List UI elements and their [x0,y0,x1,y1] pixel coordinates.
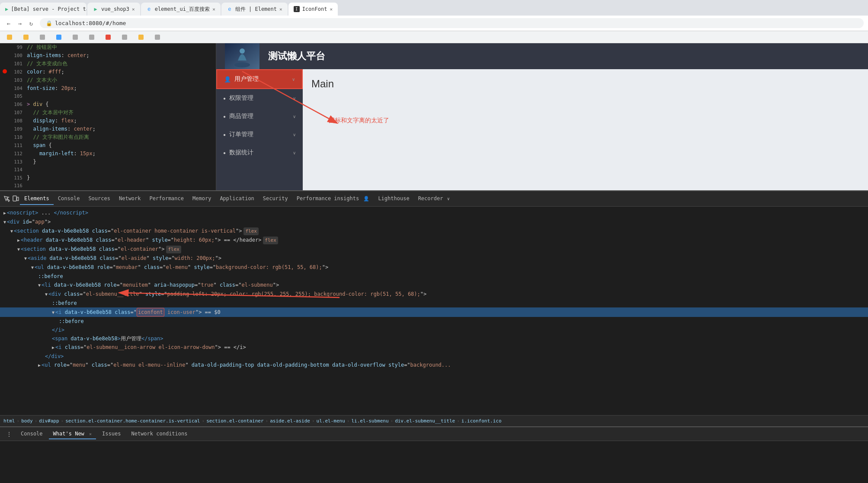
bottom-tab-network-conditions[interactable]: Network conditions [127,429,192,439]
breadcrumb-body[interactable]: body [21,418,33,424]
svg-rect-6 [17,197,19,201]
bottom-tab-bar: ⋮ Console What's New ✕ Issues Network co… [0,427,868,441]
bookmark-3[interactable] [36,34,50,41]
html-line-header: ▶ <header data-v-b6e8eb58 class="el-head… [0,236,868,245]
tab-sources[interactable]: Sources [84,193,115,205]
sidebar-item-user[interactable]: 👤 用户管理 ∨ [216,69,303,89]
three-dots[interactable]: ⋮ [3,431,15,438]
tab-sources-label: Sources [88,195,110,202]
tab-5-close[interactable]: ✕ [330,6,333,12]
forward-button[interactable]: → [16,19,24,28]
sidebar-item-products-label: 商品管理 [229,112,253,120]
devtools-device-icon[interactable] [11,195,20,203]
recorder-chevron-icon: ∨ [447,196,450,201]
breadcrumb-section-el[interactable]: section.el-container [206,418,263,424]
bottom-tab-network-conditions-label: Network conditions [131,431,187,437]
code-line-109: 109 align-items: center; [0,125,216,133]
sidebar-item-permissions[interactable]: ● 权限管理 ∨ [216,89,303,107]
bookmark-9[interactable] [135,34,149,41]
breadcrumb-div-app[interactable]: div#app [39,418,59,424]
browser-window: ▶ [Beta] serve - Project tasks - ✕ ▶ vue… [0,0,868,43]
tab-elements[interactable]: Elements [20,193,54,205]
chevron-down-icon-products: ∨ [293,114,296,119]
bookmark-8[interactable] [119,34,132,41]
bottom-tab-console[interactable]: Console [16,429,47,439]
tab-1[interactable]: ▶ [Beta] serve - Project tasks - ✕ [0,3,86,16]
sidebar-item-stats[interactable]: ● 数据统计 ∨ [216,144,303,162]
orders-icon: ● [223,132,226,137]
url-text: localhost:8080/#/home [55,20,126,26]
html-line-div-app: ▼ <div id="app"> [0,218,868,227]
html-line-ul2: ▶ <ul role="menu" class="el-menu el-menu… [0,361,868,370]
bottom-tab-issues[interactable]: Issues [98,429,125,439]
tab-memory[interactable]: Memory [188,193,215,205]
bookmark-6[interactable] [86,34,99,41]
code-line-115: 115 } [0,174,216,182]
breadcrumb-div-title[interactable]: div.el-submenu__title [395,418,455,424]
tab-4[interactable]: e 组件 | Element ✕ [221,3,288,16]
tab-lighthouse[interactable]: Lighthouse [374,193,413,205]
html-line-close-i: </i> [0,326,868,334]
tab-3-close[interactable]: ✕ [212,6,215,12]
tab-3[interactable]: e element_ui_百度搜索 ✕ [141,3,221,16]
devtools-inspector-icon[interactable] [3,195,11,203]
reload-button[interactable]: ↻ [27,19,35,28]
app-preview: 测试懒人平台 👤 用户管理 ∨ ● 权 [216,43,868,190]
breadcrumb-aside[interactable]: aside.el-aside [270,418,310,424]
chevron-down-icon-user: ∨ [292,77,295,82]
code-line-111: 111 span { [0,141,216,150]
tab-memory-label: Memory [192,195,211,202]
bookmark-10[interactable] [151,34,165,41]
breadcrumb-li-submenu[interactable]: li.el-submenu [351,418,388,424]
sidebar-item-stats-label: 数据统计 [229,149,253,157]
code-line-104: 104 font-size: 20px; [0,84,216,93]
url-bar[interactable]: 🔒 localhost:8080/#/home [40,18,864,28]
svg-point-2 [240,48,245,54]
user-icon: 👤 [224,76,231,83]
performance-insights-icon: 👤 [363,196,369,202]
tab-application[interactable]: Application [215,193,258,205]
code-line-105: 105 [0,93,216,100]
chevron-down-icon-orders: ∨ [293,132,296,137]
lock-icon: 🔒 [46,20,52,26]
svg-point-1 [234,62,250,67]
back-button[interactable]: ← [4,19,13,28]
breadcrumb-ul-menu[interactable]: ul.el-menu [317,418,345,424]
tab-4-close[interactable]: ✕ [279,6,282,12]
html-line-div-title: ▼ <div class="el-submenu__title" style="… [0,290,868,299]
bookmark-4[interactable] [53,34,67,41]
bookmarks-bar [0,31,868,43]
tab-security[interactable]: Security [259,193,292,205]
bookmark-2[interactable] [20,34,34,41]
code-line-101: 101 // 文本变成白色 [0,60,216,68]
code-line-103: 103 // 文本大小 [0,76,216,84]
tab-2[interactable]: ▶ vue_shop3 ✕ [87,3,140,16]
bookmark-7[interactable] [102,34,116,41]
nav-buttons: ← → ↻ [4,19,35,28]
code-line-110: 110 // 文字和图片有点距离 [0,133,216,141]
html-line-aside: ▼ <aside data-v-b6e8eb58 class="el-aside… [0,254,868,263]
tab-network[interactable]: Network [115,193,145,205]
code-line-99: 99 // 按钮居中 [0,43,216,51]
permissions-icon: ● [223,96,226,101]
bookmark-1[interactable] [3,34,17,41]
html-line-noscript: ▶ <noscript> ... </noscript> [0,208,868,218]
bookmark-5[interactable] [69,34,83,41]
tab-5[interactable]: I IconFont ✕ [288,3,338,16]
code-line-100: 100 align-items: center; [0,51,216,60]
tab-console[interactable]: Console [54,193,84,205]
tab-3-label: element_ui_百度搜索 [155,6,210,13]
bottom-tab-whats-new[interactable]: What's New ✕ [49,429,96,439]
tab-performance-insights[interactable]: Performance insights 👤 [292,193,374,205]
tab-2-close[interactable]: ✕ [132,6,135,12]
sidebar-item-orders[interactable]: ● 订单管理 ∨ [216,125,303,144]
tab-5-favicon: I [294,6,300,12]
breadcrumb-html[interactable]: html [3,418,15,424]
whats-new-close-icon[interactable]: ✕ [89,432,92,436]
tab-performance[interactable]: Performance [145,193,188,205]
breadcrumb-i-iconfont[interactable]: i.iconfont.ico [461,418,502,424]
breadcrumb-section-container[interactable]: section.el-container.home-container.is-v… [65,418,200,424]
tab-recorder[interactable]: Recorder ∨ [414,193,454,205]
products-icon: ● [223,114,226,119]
sidebar-item-products[interactable]: ● 商品管理 ∨ [216,107,303,125]
